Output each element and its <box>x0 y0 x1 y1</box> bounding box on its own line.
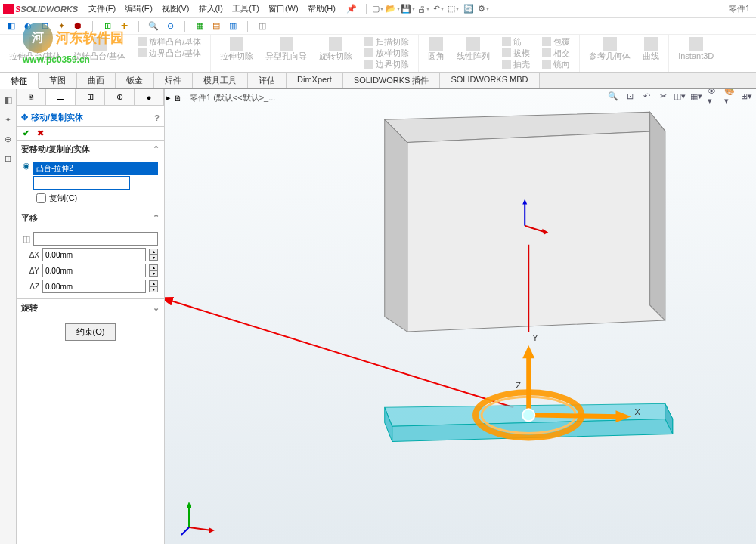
section-header[interactable]: 平移⌃ <box>17 209 164 227</box>
rebuild-icon[interactable]: 🔄 <box>463 4 474 14</box>
rib-button[interactable]: 筋 <box>499 36 533 48</box>
sidebar-tool-icon[interactable]: ✦ <box>2 113 14 125</box>
tab-sketch[interactable]: 草图 <box>39 73 77 88</box>
tab-surface[interactable]: 曲面 <box>77 73 116 88</box>
section-icon[interactable]: ✂ <box>658 91 668 101</box>
tool-icon[interactable]: ▤ <box>211 21 222 32</box>
revolve-cut-button[interactable]: 旋转切除 <box>316 36 355 71</box>
reference-input[interactable] <box>33 232 158 246</box>
menu-view[interactable]: 视图(V) <box>157 2 194 16</box>
tab-weldments[interactable]: 焊件 <box>154 73 193 88</box>
tab-dimxpert[interactable]: DimXpert <box>287 73 343 88</box>
dz-input[interactable] <box>42 280 146 293</box>
menu-help[interactable]: 帮助(H) <box>303 2 340 16</box>
intersect-button[interactable]: 相交 <box>539 48 573 59</box>
revolve-boss-button[interactable]: 旋转凸台/基体 <box>70 36 129 62</box>
body-icon: ◉ <box>23 161 30 171</box>
spinner[interactable]: ▴▾ <box>149 264 158 277</box>
fillet-button[interactable]: 圆角 <box>425 36 448 71</box>
select-icon[interactable]: ⬚▾ <box>448 4 459 14</box>
tool-icon[interactable]: ⊡ <box>39 21 50 32</box>
sidebar-tool-icon[interactable]: ◧ <box>2 94 14 106</box>
hole-wizard-button[interactable]: 异型孔向导 <box>262 36 310 71</box>
instant3d-button[interactable]: Instant3D <box>675 36 717 62</box>
menu-tools[interactable]: 工具(T) <box>228 2 264 16</box>
help-icon[interactable]: ? <box>154 113 160 122</box>
sidebar-tool-icon[interactable]: ⊕ <box>2 133 14 145</box>
dim-tab[interactable]: ⊕ <box>105 89 135 105</box>
extrude-boss-button[interactable]: 拉伸凸台/基体 <box>6 36 64 62</box>
tool-icon[interactable]: ⬢ <box>73 21 83 32</box>
undo-icon[interactable]: ↶▾ <box>433 4 444 14</box>
options-icon[interactable]: ⚙▾ <box>479 4 489 14</box>
mirror-button[interactable]: 镜向 <box>539 59 573 70</box>
print-icon[interactable]: 🖨▾ <box>418 4 429 14</box>
menu-file[interactable]: 文件(F) <box>84 2 120 16</box>
prev-view-icon[interactable]: ↶ <box>641 91 652 101</box>
viewport[interactable]: ▸ 🗎 零件1 (默认<<默认>_... 🔍 ⊡ ↶ ✂ ◫▾ ▦▾ 👁▾ 🎨▾… <box>165 89 756 544</box>
ok-button[interactable]: ✔ <box>23 128 29 138</box>
scene-icon[interactable]: ⊞▾ <box>741 91 751 101</box>
tab-features[interactable]: 特征 <box>0 73 39 89</box>
wrap-button[interactable]: 包覆 <box>539 36 573 48</box>
save-icon[interactable]: 💾▾ <box>403 4 414 14</box>
sidebar-tool-icon[interactable]: ⊞ <box>2 153 14 165</box>
tool-icon[interactable]: ◧ <box>6 21 17 32</box>
tab-mbd[interactable]: SOLIDWORKS MBD <box>440 73 539 88</box>
tab-moldtools[interactable]: 模具工具 <box>193 73 248 88</box>
property-tab[interactable]: ☰ <box>46 89 76 105</box>
sweep-cut-button[interactable]: 扫描切除 <box>361 36 412 48</box>
view-triad[interactable] <box>180 499 218 536</box>
tool-icon[interactable]: ✚ <box>119 21 129 32</box>
linear-pattern-button[interactable]: 线性阵列 <box>454 36 493 71</box>
tool-icon[interactable]: ▥ <box>228 21 238 32</box>
selected-body[interactable]: 凸台-拉伸2 <box>33 162 158 175</box>
new-icon[interactable]: ▢▾ <box>373 4 383 14</box>
draft-button[interactable]: 拔模 <box>499 48 533 59</box>
shell-button[interactable]: 抽壳 <box>499 59 533 70</box>
view-orientation-icon[interactable]: ◫▾ <box>674 91 685 101</box>
appearance-tab[interactable]: ● <box>135 89 164 105</box>
cancel-button[interactable]: ✖ <box>37 128 44 138</box>
zoom-icon[interactable]: 🔍 <box>608 91 618 101</box>
tool-icon[interactable]: ⊙ <box>165 21 175 32</box>
config-tab[interactable]: ⊞ <box>76 89 105 105</box>
tab-evaluate[interactable]: 评估 <box>248 73 287 88</box>
breadcrumb[interactable]: 零件1 (默认<<默认>_... <box>185 91 280 105</box>
dy-input[interactable] <box>42 264 146 277</box>
tool-icon[interactable]: ◫ <box>257 21 268 32</box>
loft-cut-button[interactable]: 放样切除 <box>361 48 412 59</box>
ref-geometry-button[interactable]: 参考几何体 <box>586 36 634 62</box>
selection-box[interactable] <box>33 176 130 190</box>
tool-icon[interactable]: ✦ <box>56 21 67 32</box>
tree-tab[interactable]: 🗎 <box>17 89 46 105</box>
section-header[interactable]: 旋转⌄ <box>17 299 164 317</box>
expand-icon[interactable]: ▸ <box>166 93 171 103</box>
dx-input[interactable] <box>42 248 146 261</box>
spinner[interactable]: ▴▾ <box>149 280 158 292</box>
tab-sheetmetal[interactable]: 钣金 <box>116 73 154 88</box>
spinner[interactable]: ▴▾ <box>149 249 158 261</box>
pin-icon[interactable]: 📌 <box>346 4 357 14</box>
hide-show-icon[interactable]: 👁▾ <box>708 91 718 101</box>
appearance-icon[interactable]: 🎨▾ <box>724 91 735 101</box>
zoom-area-icon[interactable]: ⊡ <box>624 91 635 101</box>
tab-addins[interactable]: SOLIDWORKS 插件 <box>343 73 441 88</box>
curves-button[interactable]: 曲线 <box>640 36 662 62</box>
tool-icon[interactable]: ⊞ <box>102 21 113 32</box>
tool-icon[interactable]: 🔍 <box>148 21 159 32</box>
copy-checkbox[interactable]: 复制(C) <box>36 193 158 204</box>
tool-icon[interactable]: ◐ <box>23 21 33 32</box>
tool-icon[interactable]: ▦ <box>194 21 205 32</box>
menu-window[interactable]: 窗口(W) <box>264 2 303 16</box>
boundary-boss-button[interactable]: 边界凸台/基体 <box>135 48 204 59</box>
menu-edit[interactable]: 编辑(E) <box>120 2 157 16</box>
constraint-button[interactable]: 约束(O) <box>65 323 116 341</box>
section-header[interactable]: 要移动/复制的实体⌃ <box>17 141 164 158</box>
extrude-cut-button[interactable]: 拉伸切除 <box>217 36 256 71</box>
loft-boss-button[interactable]: 放样凸台/基体 <box>135 36 204 48</box>
menu-insert[interactable]: 插入(I) <box>194 2 228 16</box>
boundary-cut-button[interactable]: 边界切除 <box>361 59 412 70</box>
open-icon[interactable]: 📂▾ <box>388 4 398 14</box>
display-style-icon[interactable]: ▦▾ <box>691 91 702 101</box>
